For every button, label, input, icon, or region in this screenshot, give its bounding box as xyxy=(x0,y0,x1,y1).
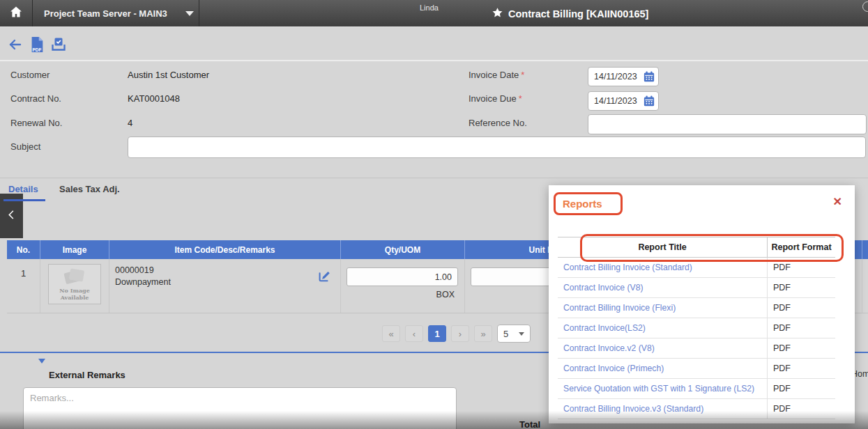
star-icon xyxy=(492,7,503,21)
report-format-column-header: Report Format xyxy=(767,237,835,257)
report-row: Contract Invoice.v2 (V8) PDF xyxy=(558,338,835,359)
app-window: Project Team Server - MAIN3 Linda Contra… xyxy=(0,0,868,429)
report-format: PDF xyxy=(767,258,835,277)
calendar-icon[interactable] xyxy=(643,70,655,83)
close-icon[interactable]: ✕ xyxy=(833,195,842,208)
col-header-qty-uom: Qty/UOM xyxy=(341,240,465,259)
col-header-image: Image xyxy=(40,240,109,259)
report-format: PDF xyxy=(767,359,835,378)
reports-dialog-title: Reports xyxy=(563,198,602,210)
subject-input[interactable] xyxy=(128,136,866,158)
qty-input[interactable] xyxy=(347,267,458,286)
report-format: PDF xyxy=(767,278,835,297)
last-page-button[interactable]: » xyxy=(474,325,492,342)
reports-dialog: Reports ✕ Report Title Report Format Con… xyxy=(549,185,855,423)
renewal-no-label: Renewal No. xyxy=(10,118,62,128)
report-row: Contract Billing Invoice.v3 (Standard) P… xyxy=(558,399,835,419)
server-selector[interactable]: Project Team Server - MAIN3 xyxy=(33,0,199,26)
home-button[interactable] xyxy=(0,0,33,26)
submit-tray-icon[interactable] xyxy=(50,36,67,53)
report-link[interactable]: Contract Billing Invoice (Flexi) xyxy=(558,298,767,318)
triangle-down-icon[interactable] xyxy=(38,359,45,364)
report-format: PDF xyxy=(767,318,835,338)
calendar-icon[interactable] xyxy=(643,95,655,107)
first-page-button[interactable]: « xyxy=(382,325,400,342)
contract-no-value: KAT0001048 xyxy=(128,93,180,104)
tab-sales-tax-adj[interactable]: Sales Tax Adj. xyxy=(59,184,120,194)
report-link[interactable]: Contract Invoice (V8) xyxy=(558,278,767,297)
back-arrow-icon[interactable] xyxy=(7,36,24,53)
no-image-text: No ImageAvailable xyxy=(59,287,90,301)
reports-table: Report Title Report Format Contract Bill… xyxy=(558,237,835,419)
contract-no-label: Contract No. xyxy=(10,93,61,104)
cell-hidden xyxy=(862,259,868,313)
col-header-hidden xyxy=(862,240,868,259)
invoice-date-label: Invoice Date* xyxy=(469,70,524,80)
cell-qty-uom: BOX xyxy=(341,259,465,313)
report-row: Contract Billing Invoice (Flexi) PDF xyxy=(558,298,835,318)
item-description: Downpayment xyxy=(115,277,171,287)
titlebar: Project Team Server - MAIN3 Linda Contra… xyxy=(0,0,868,26)
report-row: Service Quotation with GST with 1 Signat… xyxy=(558,379,835,399)
customer-value: Austin 1st Customer xyxy=(128,70,209,80)
user-label: Linda xyxy=(420,3,439,12)
home-icon xyxy=(9,5,23,22)
svg-text:PDF: PDF xyxy=(33,47,42,52)
report-title-column-header: Report Title xyxy=(558,237,767,257)
report-format: PDF xyxy=(767,379,835,398)
invoice-due-label: Invoice Due* xyxy=(469,93,522,104)
page-title: Contract Billing [KAIIN00165] xyxy=(492,7,648,21)
renewal-no-value: 4 xyxy=(128,118,132,128)
cell-item: 00000019 Downpayment xyxy=(109,259,341,313)
customer-label: Customer xyxy=(10,70,50,80)
report-link[interactable]: Service Quotation with GST with 1 Signat… xyxy=(558,379,767,398)
page-title-text: Contract Billing [KAIIN00165] xyxy=(508,8,648,20)
tab-details[interactable]: Details xyxy=(8,184,38,194)
report-link[interactable]: Contract Invoice (Primech) xyxy=(558,359,767,378)
image-placeholder: No ImageAvailable xyxy=(48,264,101,304)
next-page-button[interactable]: › xyxy=(451,325,469,342)
active-tab-underline xyxy=(3,199,45,201)
report-row: Contract Invoice (V8) PDF xyxy=(558,278,835,298)
server-selector-label: Project Team Server - MAIN3 xyxy=(44,8,167,19)
reference-no-input[interactable] xyxy=(588,114,867,134)
toolbar: PDF xyxy=(0,26,868,61)
report-link[interactable]: Contract Invoice.v2 (V8) xyxy=(558,338,767,358)
page-size-select[interactable]: 5 xyxy=(497,325,531,343)
report-row: Contract Invoice (Primech) PDF xyxy=(558,359,835,379)
section-divider xyxy=(0,178,868,178)
partial-circle-icon xyxy=(862,1,868,12)
required-marker: * xyxy=(521,70,524,80)
prev-page-button[interactable]: ‹ xyxy=(405,325,423,342)
chevron-down-icon xyxy=(519,332,524,336)
chevron-down-icon xyxy=(185,11,194,16)
report-format: PDF xyxy=(767,298,835,318)
current-page-button[interactable]: 1 xyxy=(428,325,446,342)
report-link[interactable]: Contract Billing Invoice.v3 (Standard) xyxy=(558,399,767,419)
pdf-file-icon[interactable]: PDF xyxy=(29,36,45,53)
report-link[interactable]: Contract Billing Invoice (Standard) xyxy=(558,258,767,277)
required-marker: * xyxy=(519,93,522,104)
chevron-left-icon xyxy=(6,208,18,224)
report-format: PDF xyxy=(767,338,835,358)
report-format: PDF xyxy=(767,399,835,419)
report-row: Contract Billing Invoice (Standard) PDF xyxy=(558,258,835,278)
col-header-item: Item Code/Desc/Remarks xyxy=(109,240,341,259)
photo-placeholder-icon xyxy=(64,268,85,285)
pagination: « ‹ 1 › » 5 xyxy=(382,325,531,343)
item-code: 00000019 xyxy=(115,265,154,275)
uom-label: BOX xyxy=(436,290,455,299)
cell-no: 1 xyxy=(7,259,40,313)
report-row: Contract Invoice(LS2) PDF xyxy=(558,318,835,338)
external-remarks-label: External Remarks xyxy=(49,370,125,380)
page-size-value: 5 xyxy=(503,329,508,339)
external-remarks-textarea[interactable] xyxy=(23,387,457,429)
total-label: Total xyxy=(519,419,540,429)
reports-table-header: Report Title Report Format xyxy=(558,237,835,258)
col-header-no: No. xyxy=(7,240,40,259)
reference-no-label: Reference No. xyxy=(469,118,527,128)
edit-pencil-icon[interactable] xyxy=(317,268,332,283)
report-link[interactable]: Contract Invoice(LS2) xyxy=(558,318,767,338)
subject-label: Subject xyxy=(10,141,40,152)
cell-image: No ImageAvailable xyxy=(40,259,109,313)
